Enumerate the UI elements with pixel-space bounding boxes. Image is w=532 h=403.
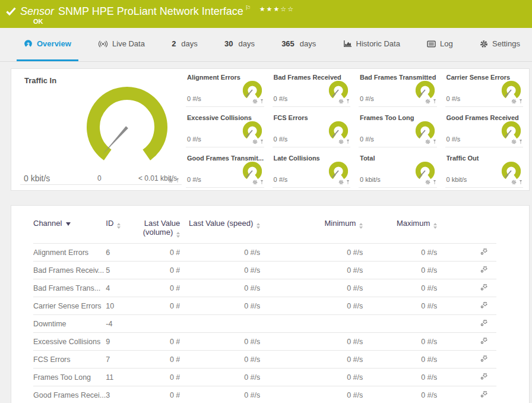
tab-live-data[interactable]: Live Data — [91, 28, 152, 61]
cell-maximum: 0 #/s — [363, 333, 437, 351]
cell-id: 9 — [106, 333, 138, 351]
table-row[interactable]: Good Frames Recei... 3 0 # 0 #/s 0 #/s 0… — [33, 386, 496, 403]
gear-icon[interactable] — [511, 99, 517, 104]
gear-icon — [480, 40, 488, 48]
pin-icon[interactable] — [346, 99, 350, 104]
main-gauge-label: Traffic In — [24, 76, 56, 85]
mini-gauge-cell: Excessive Collisions 0 #/s — [183, 109, 270, 150]
pin-icon[interactable] — [259, 180, 264, 185]
table-row[interactable]: Downtime -4 — [33, 315, 496, 333]
pin-icon[interactable] — [518, 180, 523, 185]
gauge-scale-min: 0 — [97, 174, 102, 182]
gauge-cell-icons — [338, 180, 350, 185]
cell-last-value-volume: 0 # — [138, 351, 180, 369]
mini-gauge-value: 0 #/s — [446, 136, 461, 143]
header-minimum[interactable]: Minimum — [260, 219, 363, 244]
gauge-cell-icons — [338, 139, 350, 144]
flag-icon[interactable]: ⚐ — [245, 4, 251, 11]
gear-icon[interactable] — [425, 180, 430, 185]
tab-settings[interactable]: Settings — [473, 28, 527, 61]
mini-gauge-value: 0 #/s — [187, 176, 201, 183]
table-row[interactable]: Alignment Errors 6 0 # 0 #/s 0 #/s 0 #/s — [33, 244, 496, 262]
table-row[interactable]: Carrier Sense Errors 10 0 # 0 #/s 0 #/s … — [33, 297, 496, 315]
gear-icon[interactable] — [338, 139, 344, 144]
channel-settings-gears-icon[interactable] — [480, 373, 488, 380]
header-channel[interactable]: Channel — [33, 219, 106, 244]
table-row[interactable]: Bad Frames Trans... 4 0 # 0 #/s 0 #/s 0 … — [33, 279, 496, 297]
cell-last-value-volume — [138, 315, 180, 333]
tab-log[interactable]: Log — [420, 28, 460, 61]
cell-last-value-speed: 0 #/s — [180, 369, 260, 386]
pin-icon[interactable] — [432, 99, 437, 104]
mini-gauge-value: 0 #/s — [360, 95, 374, 102]
pin-icon[interactable] — [175, 178, 180, 183]
gauge-cell-icons — [168, 178, 180, 183]
gear-icon[interactable] — [252, 99, 258, 104]
channel-table-panel: Channel ID Last Value (volume) Last Valu… — [11, 205, 530, 403]
gear-icon[interactable] — [511, 180, 517, 185]
gear-icon[interactable] — [168, 178, 173, 183]
pin-icon[interactable] — [259, 99, 264, 104]
tab-overview[interactable]: Overview — [17, 28, 78, 61]
table-row[interactable]: Frames Too Long 11 0 # 0 #/s 0 #/s 0 #/s — [33, 369, 496, 386]
header-id[interactable]: ID — [106, 219, 138, 244]
cell-minimum: 0 #/s — [260, 386, 363, 403]
gear-icon[interactable] — [338, 99, 344, 104]
gauges-panel: Traffic In 0 < 0.01 kbit/s 0 kbit/s Alig… — [11, 68, 530, 191]
sort-icon — [117, 223, 121, 229]
table-row[interactable]: FCS Errors 7 0 # 0 #/s 0 #/s 0 #/s — [33, 351, 496, 369]
gear-icon[interactable] — [338, 180, 344, 185]
header-maximum[interactable]: Maximum — [363, 219, 437, 244]
tab-settings-label: Settings — [492, 39, 520, 48]
mini-gauge-cell: Alignment Errors 0 #/s — [183, 69, 270, 109]
gear-icon[interactable] — [252, 139, 258, 144]
gauge-cell-icons — [252, 99, 264, 104]
mini-gauge-value: 0 #/s — [446, 95, 461, 102]
page-title: SNMP HPE ProLiant Network Interface — [58, 5, 243, 17]
gear-icon[interactable] — [425, 139, 430, 144]
header-last-value-speed[interactable]: Last Value (speed) — [180, 219, 260, 244]
tab-365-days[interactable]: 365 days — [274, 28, 323, 61]
cell-id: 5 — [106, 262, 138, 279]
pin-icon[interactable] — [346, 180, 350, 185]
cell-last-value-volume: 0 # — [138, 386, 180, 403]
cell-minimum: 0 #/s — [260, 297, 363, 315]
pin-icon[interactable] — [518, 139, 523, 144]
area-chart-icon — [343, 40, 352, 48]
channel-settings-gears-icon[interactable] — [480, 301, 488, 309]
pin-icon[interactable] — [432, 139, 437, 144]
cell-maximum: 0 #/s — [363, 279, 437, 297]
header-last-value-volume[interactable]: Last Value (volume) — [138, 219, 180, 244]
cell-last-value-speed — [180, 315, 260, 333]
tab-2-days[interactable]: 2 days — [164, 28, 205, 61]
cell-id: 3 — [106, 386, 138, 403]
tab-30-days[interactable]: 30 days — [217, 28, 262, 61]
gear-icon[interactable] — [425, 99, 430, 104]
channel-settings-gears-icon[interactable] — [480, 337, 488, 345]
channel-settings-gears-icon[interactable] — [480, 284, 488, 291]
channel-settings-gears-icon[interactable] — [480, 355, 488, 363]
cell-last-value-speed: 0 #/s — [180, 279, 260, 297]
channel-settings-gears-icon[interactable] — [480, 391, 488, 398]
pin-icon[interactable] — [432, 180, 437, 185]
gear-icon[interactable] — [511, 139, 517, 144]
pin-icon[interactable] — [259, 139, 264, 144]
mini-gauge-cell: Good Frames Received 0 #/s — [443, 109, 530, 150]
gauge-cell-icons — [252, 139, 264, 144]
channel-settings-gears-icon[interactable] — [480, 248, 488, 256]
cell-actions — [437, 351, 496, 369]
table-row[interactable]: Bad Frames Receiv... 5 0 # 0 #/s 0 #/s 0… — [33, 262, 496, 279]
mini-gauge-value: 0 kbit/s — [446, 176, 467, 183]
pin-icon[interactable] — [518, 99, 523, 104]
tab-historic-data[interactable]: Historic Data — [336, 28, 407, 61]
pin-icon[interactable] — [346, 139, 350, 144]
channel-table: Channel ID Last Value (volume) Last Valu… — [33, 219, 496, 403]
cell-last-value-volume: 0 # — [138, 279, 180, 297]
cell-channel: Downtime — [33, 315, 106, 333]
rating-stars[interactable]: ★★★☆☆ — [259, 5, 294, 12]
gear-icon[interactable] — [252, 180, 258, 185]
sensor-type-label: Sensor — [20, 5, 54, 17]
channel-settings-gears-icon[interactable] — [480, 319, 488, 327]
channel-settings-gears-icon[interactable] — [480, 266, 488, 273]
table-row[interactable]: Excessive Collisions 9 0 # 0 #/s 0 #/s 0… — [33, 333, 496, 351]
